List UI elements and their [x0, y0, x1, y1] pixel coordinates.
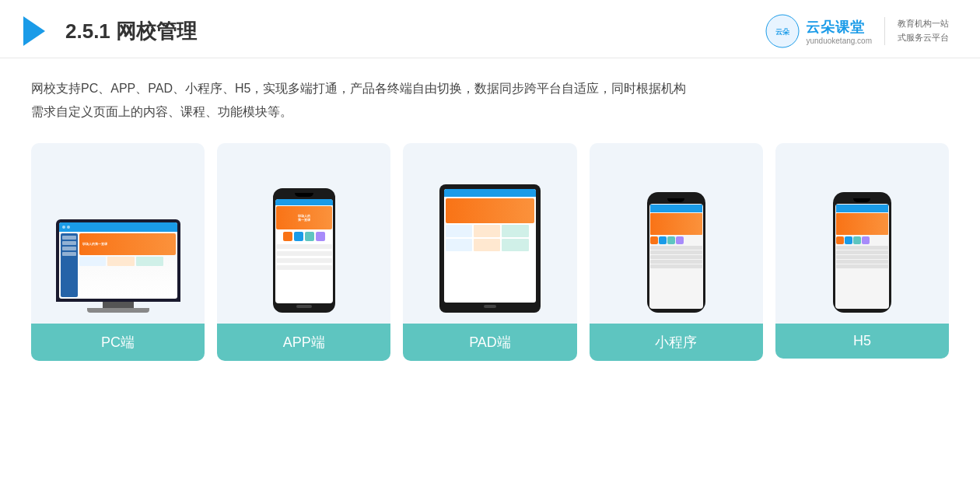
- app-image-area: 职场人的第一堂课: [217, 157, 390, 313]
- h5-list-2: [836, 250, 888, 254]
- pad-card: PAD端: [403, 143, 576, 361]
- pad-top-bar: [444, 189, 536, 197]
- logo-arrow-icon: [23, 16, 53, 46]
- h5-content: [835, 204, 889, 309]
- pc-sidebar-item-3: [62, 247, 76, 250]
- mini-list-2: [650, 250, 702, 254]
- h5-icon-4: [862, 236, 870, 244]
- h5-notch: [853, 198, 870, 202]
- pc-banner: 职场人的第一堂课: [79, 233, 176, 255]
- app-card: 职场人的第一堂课: [217, 143, 390, 361]
- brand-url: yunduoketang.com: [806, 37, 872, 45]
- h5-icon-2: [845, 236, 852, 244]
- mini-icon-3: [667, 236, 675, 244]
- app-icon-4: [316, 232, 325, 241]
- app-icon-1: [283, 232, 292, 241]
- app-icon-2: [294, 232, 303, 241]
- h5-icons: [836, 236, 888, 245]
- pad-grid-2: [474, 225, 500, 237]
- header-left: 2.5.1 网校管理: [23, 16, 197, 46]
- page-title: 2.5.1 网校管理: [65, 18, 197, 45]
- pc-sidebar-item-1: [62, 236, 76, 240]
- app-list-2: [276, 251, 332, 256]
- header-right: 云朵 云朵课堂 yunduoketang.com 教育机构一站 式服务云平台: [765, 14, 949, 48]
- pad-image-area: [403, 157, 576, 313]
- h5-card: H5: [775, 143, 949, 359]
- mini-icon-4: [676, 236, 684, 244]
- pc-body: 职场人的第一堂课: [59, 232, 177, 299]
- h5-list-1: [836, 246, 888, 250]
- pad-screen: [444, 189, 536, 303]
- miniprogram-icons: [650, 236, 702, 245]
- mini-icon-2: [659, 236, 667, 244]
- app-card-label: APP端: [217, 324, 390, 361]
- h5-phone: [833, 192, 891, 313]
- h5-icon-1: [836, 236, 844, 244]
- app-home-btn: [296, 305, 312, 308]
- pc-cards-mini: [79, 257, 176, 266]
- pc-sidebar-item-2: [62, 241, 76, 245]
- app-icon-3: [305, 232, 314, 241]
- pc-main: 职场人的第一堂课: [79, 233, 176, 297]
- app-content: 职场人的第一堂课: [275, 205, 333, 303]
- h5-screen: [835, 204, 889, 309]
- pc-image-area: 职场人的第一堂课: [31, 157, 205, 313]
- app-banner-text: 职场人的第一堂课: [298, 214, 310, 222]
- brand-name-block: 云朵课堂 yunduoketang.com: [806, 18, 872, 45]
- miniprogram-image-area: [590, 157, 763, 313]
- h5-image-area: [775, 157, 949, 313]
- header: 2.5.1 网校管理 云朵 云朵课堂 yunduoketang.com 教育机构…: [0, 0, 980, 58]
- device-cards-row: 职场人的第一堂课: [31, 143, 949, 361]
- pc-dot-1: [62, 226, 65, 229]
- pad-content: [444, 197, 536, 303]
- pad-grid-6: [502, 239, 528, 251]
- miniprogram-notch: [667, 198, 684, 202]
- pc-screen-inner: 职场人的第一堂课: [59, 222, 177, 299]
- pc-card: 职场人的第一堂课: [31, 143, 205, 361]
- page-container: 2.5.1 网校管理 云朵 云朵课堂 yunduoketang.com 教育机构…: [0, 0, 980, 490]
- app-phone-screen: 职场人的第一堂课: [275, 199, 333, 303]
- pc-screen-outer: 职场人的第一堂课: [56, 219, 180, 302]
- pc-top-bar: [59, 222, 177, 232]
- pc-card-2: [107, 257, 135, 266]
- miniprogram-card-label: 小程序: [590, 324, 763, 361]
- miniprogram-screen: [649, 204, 703, 309]
- brand-logo: 云朵: [765, 14, 800, 48]
- h5-list-5: [836, 264, 888, 268]
- pad-card-label: PAD端: [403, 324, 576, 361]
- miniprogram-card: 小程序: [590, 143, 763, 361]
- pad-grid: [446, 225, 534, 251]
- app-phone-mockup: 职场人的第一堂课: [273, 188, 335, 313]
- h5-header: [836, 205, 888, 212]
- brand-divider: [884, 17, 885, 45]
- pc-base: [87, 308, 149, 313]
- cloud-logo-icon: 云朵: [765, 14, 800, 48]
- pc-card-label: PC端: [31, 324, 205, 361]
- h5-icon-3: [853, 236, 861, 244]
- miniprogram-banner: [650, 213, 702, 235]
- mini-list-5: [650, 264, 702, 268]
- pc-banner-text: 职场人的第一堂课: [82, 242, 107, 246]
- app-phone-notch: [295, 193, 313, 197]
- mini-list-3: [650, 255, 702, 259]
- pc-sidebar-item-4: [62, 252, 76, 256]
- mini-icon-1: [650, 236, 658, 244]
- pad-mockup: [439, 184, 541, 313]
- main-content: 网校支持PC、APP、PAD、小程序、H5，实现多端打通，产品各终端自由切换，数…: [0, 58, 980, 490]
- mini-list-4: [650, 260, 702, 264]
- app-list-3: [276, 258, 332, 263]
- mini-list-1: [650, 246, 702, 250]
- pad-grid-4: [446, 239, 472, 251]
- miniprogram-phone: [647, 192, 705, 313]
- pc-card-3: [136, 257, 163, 266]
- pad-home-btn: [484, 305, 496, 308]
- app-icons-row: [276, 230, 332, 243]
- app-list-4: [276, 265, 332, 270]
- pad-grid-3: [502, 225, 528, 237]
- pc-mockup: 职场人的第一堂课: [56, 219, 180, 313]
- h5-list-3: [836, 255, 888, 259]
- pc-stand: [103, 302, 134, 308]
- brand-slogan: 教育机构一站 式服务云平台: [898, 17, 949, 44]
- h5-card-label: H5: [775, 324, 949, 359]
- pad-grid-1: [446, 225, 472, 237]
